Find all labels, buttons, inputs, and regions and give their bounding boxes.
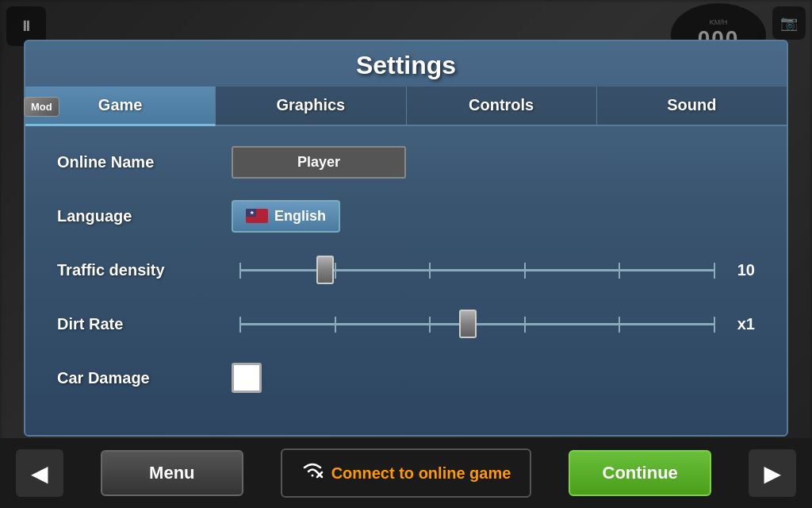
continue-button[interactable]: Continue xyxy=(569,450,711,496)
tab-graphics[interactable]: Graphics xyxy=(216,87,406,125)
tick xyxy=(239,263,241,279)
menu-button[interactable]: Menu xyxy=(101,450,243,496)
mod-badge: Mod xyxy=(24,97,59,117)
settings-title: Settings xyxy=(25,41,787,87)
wifi-icon xyxy=(301,461,324,485)
traffic-density-row: Traffic density 10 xyxy=(57,250,755,290)
online-name-control xyxy=(232,146,755,179)
language-row: Language English xyxy=(57,196,755,236)
settings-content: Online Name Language English Traffic den… xyxy=(25,126,787,428)
online-name-label: Online Name xyxy=(57,153,232,171)
dirt-rate-label: Dirt Rate xyxy=(57,315,232,333)
dirt-rate-control: x1 xyxy=(232,315,755,333)
tick xyxy=(429,317,431,333)
tab-controls[interactable]: Controls xyxy=(407,87,597,125)
dirt-rate-thumb[interactable] xyxy=(459,310,477,338)
forward-arrow-icon: ◀ xyxy=(764,460,781,487)
language-control: English xyxy=(232,200,755,233)
flag-icon xyxy=(246,209,268,223)
car-damage-control xyxy=(232,363,755,393)
connect-label: Connect to online game xyxy=(331,464,511,483)
tick xyxy=(524,317,526,333)
car-damage-row: Car Damage xyxy=(57,358,755,398)
tick xyxy=(619,263,620,279)
tick xyxy=(714,317,715,333)
back-button[interactable]: ◀ xyxy=(16,449,63,497)
slider-ticks xyxy=(239,263,715,279)
tabs-container: Game Graphics Controls Sound xyxy=(25,87,787,126)
language-value: English xyxy=(274,208,326,225)
tick xyxy=(335,263,336,279)
language-button[interactable]: English xyxy=(232,200,340,233)
traffic-density-thumb[interactable] xyxy=(316,256,334,284)
online-name-row: Online Name xyxy=(57,142,755,182)
slider-ticks xyxy=(239,317,715,333)
tab-sound[interactable]: Sound xyxy=(597,87,787,125)
tick xyxy=(335,317,336,333)
bottom-bar: ◀ Menu Connect to online game Continue ◀ xyxy=(0,438,812,508)
car-damage-label: Car Damage xyxy=(57,369,232,387)
traffic-density-value: 10 xyxy=(723,261,755,279)
tick xyxy=(524,263,526,279)
dirt-rate-row: Dirt Rate x1 xyxy=(57,304,755,344)
back-arrow-icon: ◀ xyxy=(31,460,48,487)
traffic-density-track xyxy=(239,269,715,271)
forward-button[interactable]: ◀ xyxy=(749,449,796,497)
tick xyxy=(714,263,715,279)
tick xyxy=(429,263,431,279)
online-name-input[interactable] xyxy=(232,146,406,179)
dirt-rate-value: x1 xyxy=(723,315,755,333)
dirt-rate-track xyxy=(239,323,715,325)
traffic-density-control: 10 xyxy=(232,261,755,279)
connect-button[interactable]: Connect to online game xyxy=(281,448,532,498)
settings-panel: Settings Game Graphics Controls Sound On… xyxy=(24,40,788,437)
traffic-density-label: Traffic density xyxy=(57,261,232,279)
language-label: Language xyxy=(57,207,232,225)
tick xyxy=(239,317,241,333)
car-damage-checkbox[interactable] xyxy=(232,363,262,393)
tick xyxy=(619,317,620,333)
